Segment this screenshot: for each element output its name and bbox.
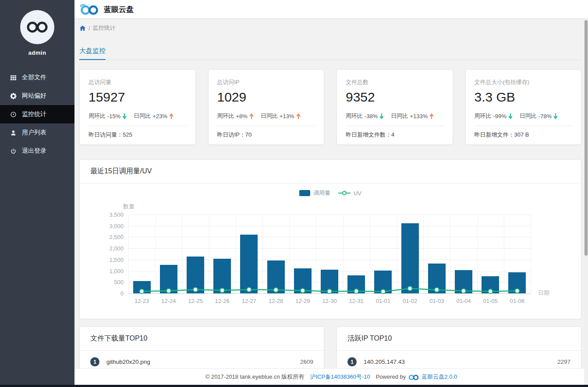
legend-item-uv[interactable]: UV (338, 190, 361, 197)
item-value: 2609 (300, 359, 313, 365)
x-tick: 12-24 (155, 298, 182, 304)
uv-point-01-01[interactable] (381, 289, 385, 294)
rank-badge: 1 (347, 357, 357, 366)
bar-swatch (299, 190, 310, 196)
x-tick: 12-29 (289, 298, 316, 304)
brand-logo-icon (79, 3, 99, 15)
product-link[interactable]: 蓝眼云盘2.0.0 (422, 373, 457, 381)
sidebar-item-label: 网站偏好 (22, 92, 46, 100)
uv-point-12-26[interactable] (220, 288, 224, 292)
stat-card-total-ips: 总访问IP 1029 周环比+8% 日同比+13% 昨日访IP：70 (208, 69, 325, 145)
stat-card-total-size: 文件总大小(包括缓存) 3.3 GB 周环比-99% 日同比-78% 昨日新增文… (465, 69, 582, 145)
stat-label: 文件总数 (346, 78, 444, 86)
app-window: admin 全部文件 网站偏好 监控统计 (0, 0, 588, 387)
day-trend: 日同比+133% (391, 112, 434, 120)
y-tick: 3,000 (109, 223, 124, 229)
tab-dashboard-monitor[interactable]: 大盘监控 (79, 47, 106, 60)
home-icon[interactable] (79, 25, 86, 32)
avatar[interactable] (20, 10, 54, 44)
x-axis-name: 日期 (538, 289, 549, 297)
sidebar-item-monitor-stats[interactable]: 监控统计 (0, 105, 74, 123)
stat-footer: 昨日访问量：525 (89, 126, 187, 139)
week-trend: 周环比-38% (346, 112, 384, 120)
uv-point-12-24[interactable] (166, 288, 171, 293)
week-trend: 周环比-15% (89, 112, 127, 120)
day-trend: 日同比-78% (520, 112, 558, 120)
y-tick: 500 (114, 279, 124, 285)
arrow-down-icon (122, 113, 127, 119)
grid-icon (10, 74, 17, 81)
dashboard-icon (10, 111, 17, 118)
powered-by-label: Powered by (376, 373, 406, 380)
stat-cards-row: 总访问量 15927 周环比-15% 日同比+23% 昨日访问量：525 总访问 (79, 69, 581, 145)
uv-line (128, 215, 531, 294)
x-tick: 12-27 (236, 298, 262, 304)
uv-point-12-28[interactable] (274, 288, 278, 292)
uv-point-12-30[interactable] (327, 289, 332, 294)
sidebar-item-label: 监控统计 (22, 110, 46, 118)
week-trend: 周环比+8% (217, 112, 254, 120)
breadcrumb-separator: / (89, 25, 90, 32)
stat-label: 文件总大小(包括缓存) (475, 78, 573, 86)
x-tick: 01-03 (423, 298, 450, 304)
uv-point-01-03[interactable] (435, 288, 439, 292)
x-tick: 01-06 (504, 298, 531, 304)
breadcrumb: / 监控统计 (79, 24, 581, 32)
scrollbar-thumb[interactable] (584, 20, 588, 256)
list-title: 文件下载量TOP10 (80, 327, 324, 351)
sidebar-username: admin (0, 49, 74, 56)
sidebar-item-label: 退出登录 (22, 147, 46, 155)
sidebar-item-label: 用户列表 (22, 129, 46, 137)
uv-point-12-31[interactable] (354, 289, 358, 293)
sidebar-menu: 全部文件 网站偏好 监控统计 用户列表 (0, 68, 74, 160)
sidebar-item-user-list[interactable]: 用户列表 (0, 123, 74, 142)
footer-logo-icon (408, 373, 419, 380)
uv-point-01-04[interactable] (461, 289, 466, 293)
uv-point-12-29[interactable] (301, 288, 305, 293)
item-value: 2297 (557, 359, 570, 365)
stat-footer: 昨日访IP：70 (217, 126, 315, 139)
icp-link[interactable]: 沪ICP备14038360号-10 (310, 373, 370, 381)
y-axis-name: 数量 (113, 203, 135, 211)
uv-point-01-05[interactable] (488, 289, 492, 294)
line-swatch (338, 191, 351, 195)
uv-point-12-25[interactable] (193, 288, 198, 292)
x-tick: 01-04 (450, 298, 477, 304)
sidebar-item-preferences[interactable]: 网站偏好 (0, 87, 74, 105)
sidebar: admin 全部文件 网站偏好 监控统计 (0, 0, 74, 387)
x-tick: 12-28 (262, 298, 289, 304)
user-icon (10, 129, 17, 136)
uv-point-12-27[interactable] (247, 288, 251, 292)
x-tick: 12-31 (343, 298, 370, 304)
y-tick: 1,000 (109, 268, 124, 274)
y-tick: 3,500 (109, 211, 124, 218)
y-tick: 1,500 (109, 257, 124, 263)
uv-point-01-06[interactable] (515, 289, 519, 293)
sidebar-item-label: 全部文件 (22, 74, 46, 81)
sidebar-item-all-files[interactable]: 全部文件 (0, 68, 74, 87)
stat-card-total-files: 文件总数 9352 周环比-38% 日同比+133% 昨日新增文件数：4 (337, 69, 453, 145)
chart-card: 最近15日调用量/UV 调用量 UV 数量 日期 3,5003,0002,500… (79, 159, 581, 319)
x-tick: 12-25 (182, 298, 209, 304)
uv-point-12-23[interactable] (140, 289, 144, 294)
arrow-up-icon (429, 113, 434, 119)
arrow-down-icon (508, 113, 513, 119)
arrow-down-icon (553, 113, 558, 119)
y-tick: 2,000 (109, 245, 124, 252)
legend-item-bar[interactable]: 调用量 (299, 189, 330, 197)
gear-icon (10, 92, 17, 99)
footer: © 2017-2018 tank.eyeblue.cn 版权所有 沪ICP备14… (74, 368, 588, 385)
stat-footer: 昨日新增文件数：4 (346, 126, 444, 139)
item-name: 140.205.147.43 (364, 359, 405, 365)
chart-plot-area: 日期 3,5003,0002,5002,0001,5001,000500012-… (128, 215, 531, 294)
bottom-strip (0, 385, 588, 387)
chart-legend: 调用量 UV (80, 189, 581, 197)
stat-label: 总访问量 (89, 78, 187, 86)
item-name: github20x20.png (106, 359, 150, 365)
arrow-down-icon (379, 113, 384, 119)
vertical-scrollbar[interactable] (584, 19, 588, 385)
x-tick: 01-02 (397, 298, 423, 304)
app-header: 蓝眼云盘 (74, 0, 588, 19)
uv-point-01-02[interactable] (408, 286, 412, 291)
sidebar-item-logout[interactable]: 退出登录 (0, 142, 74, 160)
